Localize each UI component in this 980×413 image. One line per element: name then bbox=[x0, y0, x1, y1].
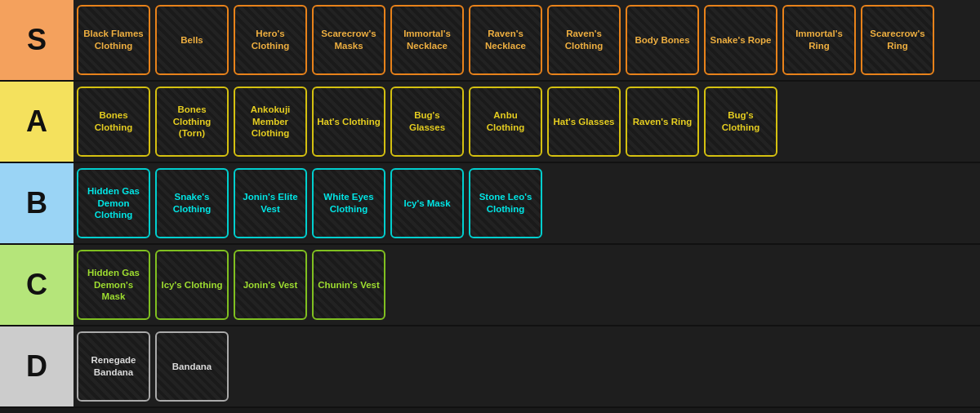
item-card-s-9[interactable]: Immortal's Ring bbox=[782, 5, 856, 75]
tier-label-b: B bbox=[0, 163, 74, 243]
item-card-s-1[interactable]: Bells bbox=[155, 5, 229, 75]
item-card-c-2[interactable]: Jonin's Vest bbox=[234, 250, 307, 320]
item-card-a-4[interactable]: Bug's Glasses bbox=[390, 87, 464, 157]
tier-label-c: C bbox=[0, 245, 74, 325]
item-card-s-0[interactable]: Black Flames Clothing bbox=[77, 5, 150, 75]
tier-items-b: Hidden Gas Demon ClothingSnake's Clothin… bbox=[74, 163, 980, 243]
tier-row-d: DRenegade BandanaBandana bbox=[0, 326, 980, 408]
item-card-d-1[interactable]: Bandana bbox=[155, 331, 229, 402]
item-card-a-6[interactable]: Hat's Glasses bbox=[547, 87, 621, 157]
tier-row-a: ABones ClothingBones Clothing (Torn)Anko… bbox=[0, 82, 980, 163]
tier-items-c: Hidden Gas Demon's MaskIcy's ClothingJon… bbox=[74, 245, 980, 325]
item-card-a-8[interactable]: Bug's Clothing bbox=[704, 87, 777, 157]
item-card-a-7[interactable]: Raven's Ring bbox=[626, 87, 699, 157]
item-card-s-5[interactable]: Raven's Necklace bbox=[469, 5, 542, 75]
tier-items-d: Renegade BandanaBandana bbox=[74, 326, 980, 406]
item-card-s-2[interactable]: Hero's Clothing bbox=[234, 5, 307, 75]
tier-row-b: BHidden Gas Demon ClothingSnake's Clothi… bbox=[0, 163, 980, 245]
item-card-a-2[interactable]: Ankokuji Member Clothing bbox=[234, 87, 307, 157]
item-card-c-1[interactable]: Icy's Clothing bbox=[155, 250, 229, 320]
tier-label-a: A bbox=[0, 82, 74, 162]
item-card-s-3[interactable]: Scarecrow's Masks bbox=[312, 5, 385, 75]
item-card-b-1[interactable]: Snake's Clothing bbox=[155, 168, 229, 238]
item-card-b-3[interactable]: White Eyes Clothing bbox=[312, 168, 385, 238]
item-card-c-0[interactable]: Hidden Gas Demon's Mask bbox=[77, 250, 150, 320]
item-card-s-8[interactable]: Snake's Rope bbox=[704, 5, 777, 75]
tier-list: SBlack Flames ClothingBellsHero's Clothi… bbox=[0, 0, 980, 408]
item-card-s-10[interactable]: Scarecrow's Ring bbox=[861, 5, 934, 75]
item-card-a-3[interactable]: Hat's Clothing bbox=[312, 87, 385, 157]
item-card-d-0[interactable]: Renegade Bandana bbox=[77, 331, 150, 402]
item-card-c-3[interactable]: Chunin's Vest bbox=[312, 250, 385, 320]
tier-row-s: SBlack Flames ClothingBellsHero's Clothi… bbox=[0, 0, 980, 82]
tier-label-s: S bbox=[0, 0, 74, 80]
item-card-s-7[interactable]: Body Bones bbox=[626, 5, 699, 75]
tier-row-c: CHidden Gas Demon's MaskIcy's ClothingJo… bbox=[0, 245, 980, 326]
item-card-s-6[interactable]: Raven's Clothing bbox=[547, 5, 621, 75]
item-card-b-2[interactable]: Jonin's Elite Vest bbox=[234, 168, 307, 238]
item-card-s-4[interactable]: Immortal's Necklace bbox=[390, 5, 464, 75]
item-card-a-1[interactable]: Bones Clothing (Torn) bbox=[155, 87, 229, 157]
item-card-a-5[interactable]: Anbu Clothing bbox=[469, 87, 542, 157]
tier-label-d: D bbox=[0, 326, 74, 406]
tier-items-a: Bones ClothingBones Clothing (Torn)Ankok… bbox=[74, 82, 980, 162]
item-card-a-0[interactable]: Bones Clothing bbox=[77, 87, 150, 157]
item-card-b-0[interactable]: Hidden Gas Demon Clothing bbox=[77, 168, 150, 238]
tier-items-s: Black Flames ClothingBellsHero's Clothin… bbox=[74, 0, 980, 80]
item-card-b-5[interactable]: Stone Leo's Clothing bbox=[469, 168, 542, 238]
item-card-b-4[interactable]: Icy's Mask bbox=[390, 168, 464, 238]
